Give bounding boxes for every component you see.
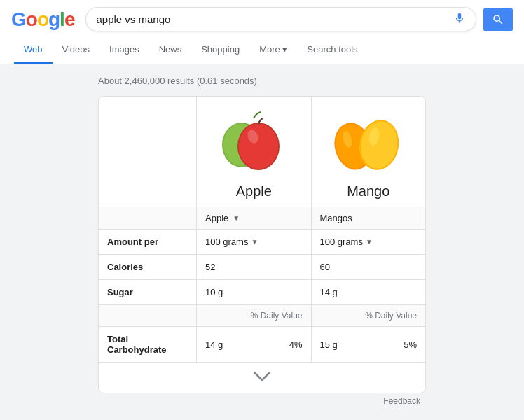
fruit-type-row: Apple ▼ Mangos — [99, 207, 425, 230]
apple-daily-value-label: % Daily Value — [197, 305, 312, 326]
nav-tabs: Web Videos Images News Shopping More ▾ S… — [11, 37, 513, 64]
calories-label: Calories — [99, 255, 197, 279]
apple-type-label: Apple — [205, 213, 228, 223]
tab-more[interactable]: More ▾ — [249, 37, 297, 64]
daily-value-row: % Daily Value % Daily Value — [99, 305, 425, 327]
mango-sugar-cell: 14 g — [312, 280, 426, 304]
mango-daily-value-label: % Daily Value — [312, 305, 426, 326]
results-count: About 2,460,000 results (0.61 seconds) — [98, 73, 426, 86]
tab-web[interactable]: Web — [14, 37, 53, 64]
svg-point-3 — [239, 124, 278, 169]
expand-row[interactable] — [99, 363, 425, 393]
google-logo[interactable]: Google — [11, 8, 74, 31]
mango-carb-cell: 15 g 5% — [312, 327, 426, 362]
mango-image — [326, 108, 411, 178]
tab-news[interactable]: News — [149, 37, 192, 64]
chevron-down-icon — [252, 371, 272, 382]
apple-carb-cell: 14 g 4% — [197, 327, 312, 362]
tab-search-tools[interactable]: Search tools — [297, 37, 367, 64]
calories-row: Calories 52 60 — [99, 255, 425, 280]
apple-type-dropdown[interactable]: ▼ — [233, 214, 240, 222]
apple-carb-pct: 4% — [289, 340, 303, 350]
tab-shopping[interactable]: Shopping — [191, 37, 249, 64]
mango-column: Mango — [312, 97, 426, 206]
mango-type-label: Mangos — [320, 213, 352, 223]
apple-carb-value: 14 g — [205, 340, 223, 350]
tab-videos[interactable]: Videos — [53, 37, 100, 64]
mango-calories-cell: 60 — [312, 255, 426, 279]
apple-amount-dropdown[interactable]: ▼ — [251, 238, 258, 246]
apple-name: Apple — [204, 183, 304, 200]
search-input[interactable]: apple vs mango — [96, 13, 448, 25]
sugar-label: Sugar — [99, 280, 197, 304]
mango-amount-dropdown[interactable]: ▼ — [366, 238, 373, 246]
apple-sugar-cell: 10 g — [197, 280, 312, 304]
amount-per-row: Amount per 100 grams ▼ 100 grams ▼ — [99, 230, 425, 255]
amount-per-label: Amount per — [99, 230, 197, 254]
apple-amount: 100 grams — [205, 237, 248, 247]
mango-type-cell: Mangos — [312, 207, 426, 229]
feedback-row: Feedback — [98, 393, 426, 409]
sugar-row: Sugar 10 g 14 g — [99, 280, 425, 305]
mango-svg — [326, 110, 411, 176]
type-label-empty — [99, 207, 197, 229]
label-col-empty — [99, 97, 197, 206]
carb-label: Total Carbohydrate — [99, 327, 197, 362]
main-content: About 2,460,000 results (0.61 seconds) — [0, 64, 524, 417]
search-box[interactable]: apple vs mango — [85, 7, 476, 31]
mango-carb-pct: 5% — [404, 340, 417, 350]
microphone-icon[interactable] — [453, 12, 466, 27]
fruit-header-row: Apple Mango — [99, 97, 425, 207]
top-row: Google apple vs mango — [11, 7, 513, 31]
tab-images[interactable]: Images — [99, 37, 149, 64]
apple-amount-cell: 100 grams ▼ — [197, 230, 312, 254]
header: Google apple vs mango Web Videos Images … — [0, 0, 524, 64]
mango-name: Mango — [319, 183, 419, 200]
search-button[interactable] — [483, 8, 513, 31]
apple-image — [212, 108, 296, 178]
apple-calories-cell: 52 — [197, 255, 312, 279]
comparison-card: Apple Mango — [98, 96, 426, 393]
mango-amount: 100 grams — [320, 237, 363, 247]
mango-amount-cell: 100 grams ▼ — [312, 230, 426, 254]
mango-carb-value: 15 g — [320, 340, 338, 350]
carb-row: Total Carbohydrate 14 g 4% 15 g 5% — [99, 327, 425, 363]
apple-type-cell: Apple ▼ — [197, 207, 312, 229]
feedback-link[interactable]: Feedback — [383, 396, 420, 406]
apple-column: Apple — [197, 97, 312, 206]
apple-svg — [215, 110, 292, 176]
daily-label-empty — [99, 305, 197, 326]
